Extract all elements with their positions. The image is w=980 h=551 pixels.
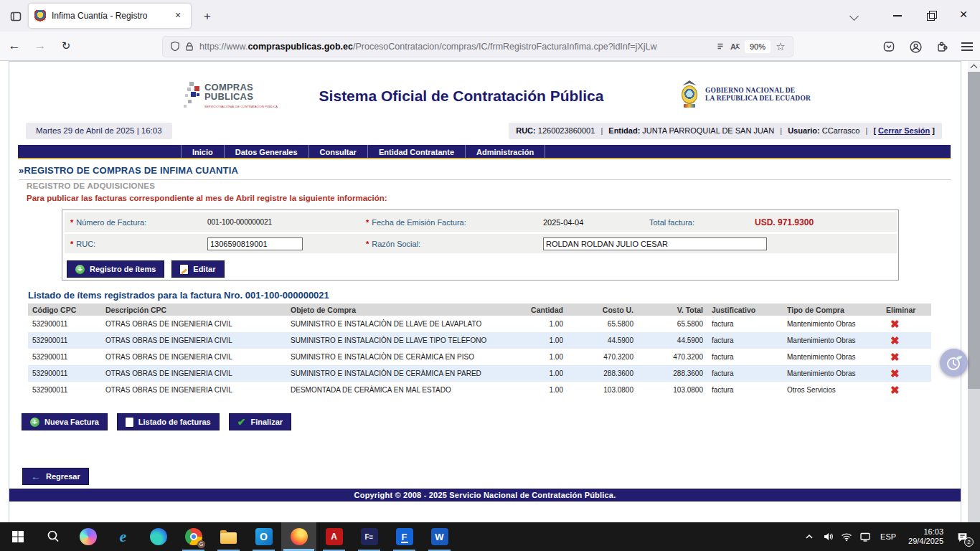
url-bar[interactable]: https://www.compraspublicas.gob.ec/Proce… bbox=[162, 36, 793, 57]
edit-icon bbox=[180, 265, 188, 274]
taskbar-word-button[interactable]: W bbox=[422, 522, 457, 551]
taskbar-search-button[interactable] bbox=[35, 522, 70, 551]
taskbar-outlook-button[interactable]: O bbox=[246, 522, 281, 551]
taskbar-chrome-button[interactable]: G bbox=[176, 522, 211, 551]
screen: Infima Cuantía - Registro https://www.co… bbox=[0, 0, 980, 551]
pocket-icon[interactable] bbox=[882, 39, 896, 54]
outlook-icon: O bbox=[255, 528, 273, 545]
tray-cast-icon[interactable] bbox=[856, 522, 875, 551]
ruc-field-label: *RUC: bbox=[65, 240, 207, 248]
shield-icon[interactable] bbox=[168, 39, 182, 54]
taskbar-internet-explorer-button[interactable]: e bbox=[105, 522, 141, 551]
document-icon bbox=[126, 418, 133, 427]
bookmark-star-icon[interactable] bbox=[773, 39, 788, 54]
translate-icon[interactable]: A bbox=[727, 39, 742, 54]
item-row: 532900011 OTRAS OBRAS DE INGENIERIA CIVI… bbox=[28, 382, 931, 398]
nav-item-consultar[interactable]: Consultar bbox=[308, 145, 367, 158]
minimize-button[interactable] bbox=[881, 0, 914, 32]
taskbar-acrobat-button[interactable]: A bbox=[316, 522, 352, 551]
ecuador-crest-icon bbox=[679, 80, 700, 109]
delete-item-icon[interactable] bbox=[890, 384, 900, 397]
delete-item-icon[interactable] bbox=[890, 367, 900, 380]
item-row: 532900011 OTRAS OBRAS DE INGENIERIA CIVI… bbox=[28, 365, 931, 382]
logout-link[interactable]: Cerrar Sesión bbox=[878, 126, 930, 135]
browser-tab[interactable]: Infima Cuantía - Registro bbox=[29, 4, 191, 28]
reader-view-icon[interactable] bbox=[713, 39, 727, 54]
breadcrumb: »REGISTRO DE COMPRAS DE INFIMA CUANTIA bbox=[19, 165, 951, 180]
taskbar-firefox-button[interactable] bbox=[281, 522, 316, 551]
page-footer: Copyright © 2008 - 2025 Servicio Naciona… bbox=[9, 489, 961, 501]
nav-item-inicio[interactable]: Inicio bbox=[181, 145, 224, 158]
ruc-input[interactable] bbox=[207, 237, 303, 250]
tray-volume-icon[interactable] bbox=[819, 522, 837, 551]
nav-item-datos-generales[interactable]: Datos Generales bbox=[224, 145, 308, 158]
scrollbar-up-arrow[interactable] bbox=[968, 61, 980, 72]
close-window-button[interactable] bbox=[947, 0, 980, 32]
lock-icon[interactable] bbox=[182, 39, 197, 54]
page-scrollbar[interactable] bbox=[968, 61, 980, 522]
finalizar-button[interactable]: Finalizar bbox=[229, 413, 291, 430]
forward-button[interactable] bbox=[29, 35, 52, 57]
item-row: 532900011 OTRAS OBRAS DE INGENIERIA CIVI… bbox=[28, 349, 931, 365]
col-objeto-compra: Objeto de Compra bbox=[286, 303, 512, 316]
extensions-puzzle-icon[interactable] bbox=[935, 39, 949, 54]
ruc-value: 1260023860001 bbox=[538, 126, 595, 135]
tray-chevron-up-icon[interactable] bbox=[800, 522, 819, 551]
razon-social-label: *Razón Social: bbox=[360, 240, 543, 248]
back-button[interactable] bbox=[3, 35, 26, 57]
url-text: https://www.compraspublicas.gob.ec/Proce… bbox=[199, 42, 710, 52]
tab-list-chevron-icon[interactable] bbox=[844, 5, 865, 27]
notification-center-icon[interactable]: 2 bbox=[950, 522, 974, 551]
col-tipo-compra: Tipo de Compra bbox=[783, 303, 882, 316]
col-cantidad: Cantidad bbox=[512, 303, 567, 316]
delete-item-icon[interactable] bbox=[890, 351, 900, 364]
account-icon[interactable] bbox=[908, 39, 923, 54]
main-navigation: Inicio Datos Generales Consultar Entidad… bbox=[18, 145, 951, 159]
col-codigo-cpc: Código CPC bbox=[28, 303, 101, 316]
menu-hamburger-icon[interactable] bbox=[961, 42, 973, 51]
file-explorer-icon bbox=[220, 532, 237, 544]
editar-button[interactable]: Editar bbox=[171, 260, 224, 278]
taskbar-clock[interactable]: 16:03 29/4/2025 bbox=[902, 527, 950, 546]
registro-items-button[interactable]: Registro de ítems bbox=[67, 260, 164, 278]
item-row: 532900011 OTRAS OBRAS DE INGENIERIA CIVI… bbox=[28, 316, 931, 332]
firefox-icon bbox=[291, 528, 308, 545]
fes-app-icon: F≡ bbox=[361, 528, 378, 545]
taskbar-edge-button[interactable] bbox=[141, 522, 176, 551]
screen-time-overlay-widget[interactable] bbox=[940, 349, 968, 377]
usuario-value: CCarrasco bbox=[822, 126, 860, 135]
listado-facturas-button[interactable]: Listado de facturas bbox=[117, 413, 220, 430]
taskbar-copilot-button[interactable] bbox=[70, 522, 105, 551]
f-app-icon: F bbox=[396, 528, 413, 545]
nueva-factura-button[interactable]: Nueva Factura bbox=[22, 413, 108, 430]
government-logo: GOBIERNO NACIONAL DE LA REPUBLICA DEL EC… bbox=[679, 80, 811, 109]
restore-button[interactable] bbox=[914, 0, 947, 32]
zoom-level-chip[interactable]: 90% bbox=[745, 40, 771, 53]
check-icon bbox=[237, 416, 246, 428]
reload-button[interactable] bbox=[55, 35, 77, 57]
chrome-profile-badge: G bbox=[197, 540, 205, 548]
tray-wifi-icon[interactable] bbox=[837, 522, 856, 551]
new-tab-button[interactable] bbox=[199, 9, 215, 24]
delete-item-icon[interactable] bbox=[890, 318, 900, 331]
start-button[interactable] bbox=[0, 522, 35, 551]
taskbar-file-explorer-button[interactable] bbox=[211, 522, 246, 551]
taskbar-fes-app-button[interactable]: F≡ bbox=[352, 522, 387, 551]
taskbar-f-app-button[interactable]: F bbox=[387, 522, 422, 551]
col-costo-u: Costo U. bbox=[567, 303, 638, 316]
acrobat-icon: A bbox=[326, 528, 343, 545]
delete-item-icon[interactable] bbox=[890, 334, 900, 347]
tab-close-icon[interactable] bbox=[171, 9, 185, 23]
firefox-view-icon[interactable] bbox=[7, 8, 24, 25]
scrollbar-thumb[interactable] bbox=[968, 72, 980, 389]
window-controls bbox=[844, 0, 980, 32]
copilot-icon bbox=[80, 528, 97, 545]
table-header-row: Código CPC Descripción CPC Objeto de Com… bbox=[28, 303, 931, 316]
nav-item-administracion[interactable]: Administración bbox=[465, 145, 545, 158]
usuario-label: Usuario: bbox=[788, 126, 820, 135]
language-indicator[interactable]: ESP bbox=[875, 532, 902, 541]
nav-item-entidad-contratante[interactable]: Entidad Contratante bbox=[367, 145, 465, 158]
regresar-button[interactable]: Regresar bbox=[22, 468, 89, 485]
razon-social-input[interactable] bbox=[543, 237, 767, 250]
section-subtitle: REGISTRO DE ADQUISICIONES bbox=[27, 182, 155, 190]
